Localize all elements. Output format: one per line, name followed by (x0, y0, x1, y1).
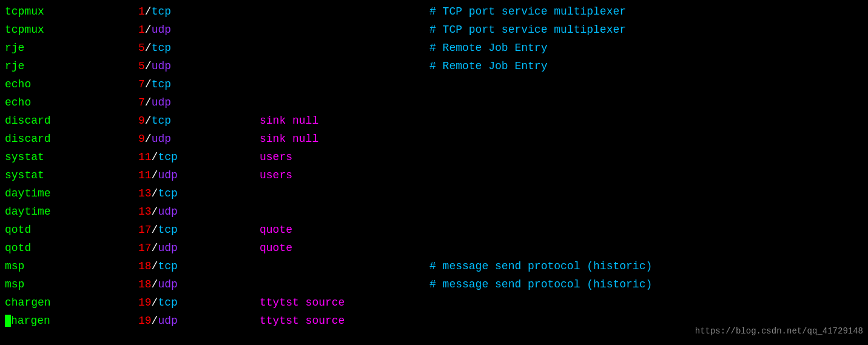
protocol: udp (158, 203, 177, 221)
service-name: msp (5, 257, 138, 275)
table-row: echo 7/udp (5, 93, 863, 112)
table-row: qotd 17/udpquote (5, 239, 863, 257)
port-slash: / (152, 275, 158, 293)
table-row: rje 5/udp# Remote Job Entry (5, 57, 863, 75)
port-col: 7/tcp (138, 75, 260, 93)
watermark: https://blog.csdn.net/qq_41729148 (695, 322, 863, 340)
service-name: echo (5, 75, 138, 93)
cursor-block (5, 315, 11, 327)
port-col: 19/tcp (138, 293, 260, 312)
port-slash: / (145, 130, 152, 148)
service-name: msp (5, 275, 138, 293)
port-number: 19 (138, 312, 152, 330)
aliases (260, 2, 429, 21)
port-slash: / (145, 112, 152, 130)
service-name: echo (5, 93, 138, 112)
comment-text: message send protocol (historic) (443, 275, 653, 293)
comment-hash: # (429, 39, 443, 57)
comment-hash: # (429, 21, 443, 39)
port-number: 11 (138, 166, 152, 184)
protocol: tcp (158, 293, 177, 312)
table-row: tcpmux 1/tcp# TCP port service multiplex… (5, 2, 863, 21)
service-name: daytime (5, 203, 138, 221)
comment-text: Remote Job Entry (443, 39, 548, 57)
port-number: 9 (138, 112, 145, 130)
service-name: tcpmux (5, 2, 138, 21)
service-name: systat (5, 166, 138, 184)
protocol: udp (152, 93, 171, 112)
port-slash: / (152, 203, 158, 221)
comment-hash: # (429, 257, 443, 275)
port-col: 1/udp (138, 21, 260, 39)
port-col: 17/tcp (138, 221, 260, 239)
protocol: udp (158, 239, 177, 257)
table-row: discard 9/tcpsink null (5, 112, 863, 130)
aliases: sink null (260, 130, 429, 148)
port-slash: / (152, 221, 158, 239)
table-row: rje 5/tcp# Remote Job Entry (5, 39, 863, 57)
table-row: echo 7/tcp (5, 75, 863, 93)
service-name: qotd (5, 239, 138, 257)
port-number: 17 (138, 239, 152, 257)
port-slash: / (152, 293, 158, 312)
aliases (260, 21, 429, 39)
aliases (260, 93, 429, 112)
aliases: quote (260, 239, 429, 257)
aliases (260, 39, 429, 57)
table-row: daytime 13/tcp (5, 184, 863, 203)
port-number: 13 (138, 203, 152, 221)
port-number: 7 (138, 93, 145, 112)
protocol: udp (158, 312, 177, 330)
port-col: 1/tcp (138, 2, 260, 21)
port-col: 13/tcp (138, 184, 260, 203)
table-row: systat 11/tcpusers (5, 148, 863, 166)
table-row: tcpmux 1/udp# TCP port service multiplex… (5, 21, 863, 39)
comment-text: Remote Job Entry (443, 57, 548, 75)
protocol: udp (152, 21, 171, 39)
port-slash: / (145, 2, 152, 21)
port-number: 1 (138, 2, 145, 21)
comment-text: TCP port service multiplexer (443, 21, 626, 39)
protocol: tcp (158, 221, 177, 239)
comment-text: message send protocol (historic) (443, 257, 653, 275)
port-slash: / (145, 93, 152, 112)
port-number: 18 (138, 275, 152, 293)
aliases (260, 184, 429, 203)
aliases (260, 257, 429, 275)
port-col: 5/tcp (138, 39, 260, 57)
port-number: 5 (138, 57, 145, 75)
service-name: rje (5, 39, 138, 57)
service-name: systat (5, 148, 138, 166)
service-name: discard (5, 112, 138, 130)
port-slash: / (145, 75, 152, 93)
comment-text: TCP port service multiplexer (443, 2, 626, 21)
table-row: qotd 17/tcpquote (5, 221, 863, 239)
protocol: tcp (152, 112, 171, 130)
port-slash: / (152, 184, 158, 203)
aliases (260, 203, 429, 221)
port-slash: / (145, 57, 152, 75)
aliases: users (260, 148, 429, 166)
port-col: 7/udp (138, 93, 260, 112)
port-slash: / (152, 257, 158, 275)
port-slash: / (152, 148, 158, 166)
aliases: users (260, 166, 429, 184)
port-slash: / (145, 39, 152, 57)
port-number: 7 (138, 75, 145, 93)
protocol: tcp (152, 39, 171, 57)
protocol: udp (158, 275, 177, 293)
port-number: 1 (138, 21, 145, 39)
service-name: tcpmux (5, 21, 138, 39)
port-col: 9/tcp (138, 112, 260, 130)
service-name: chargen (5, 293, 138, 312)
table-row: msp 18/tcp# message send protocol (histo… (5, 257, 863, 275)
aliases: ttytst source (260, 293, 429, 312)
aliases (260, 275, 429, 293)
port-slash: / (145, 21, 152, 39)
table-row: chargen 19/tcpttytst source (5, 293, 863, 312)
port-slash: / (152, 166, 158, 184)
port-number: 9 (138, 130, 145, 148)
port-number: 13 (138, 184, 152, 203)
service-name: discard (5, 130, 138, 148)
port-col: 19/udp (138, 312, 260, 330)
